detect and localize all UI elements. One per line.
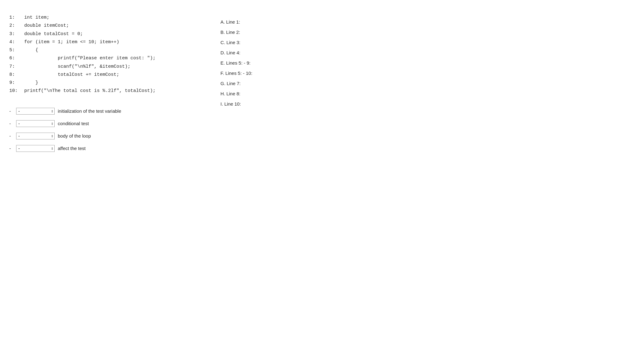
line-number: 7: <box>9 63 24 71</box>
code-line-9: 9: } <box>9 79 196 87</box>
line-number: 8: <box>9 71 24 79</box>
line-code: for (item = 1; item <= 10; item++) <box>24 38 119 46</box>
code-line-8: 8: totalCost += itemCost; <box>9 71 196 79</box>
answer-row-7: G. Line 7: <box>220 78 635 89</box>
answer-row-1: A. Line 1: <box>220 17 635 27</box>
line-code: scanf("\n%lf", &itemCost); <box>24 63 130 71</box>
line-code: printf("\nThe total cost is %.2lf", tota… <box>24 87 156 95</box>
answer-row-3: C. Line 3: <box>220 37 635 48</box>
left-panel: 1:int item;2:double itemCost;3:double to… <box>9 14 196 152</box>
line-number: 4: <box>9 38 24 46</box>
dropdowns-section: --A. Line 1B. Line 2C. Line 3D. Line 4E.… <box>9 108 196 152</box>
answer-row-4: D. Line 4: <box>220 48 635 58</box>
line-number: 3: <box>9 30 24 38</box>
line-number: 5: <box>9 46 24 54</box>
line-code: double itemCost; <box>24 22 69 30</box>
dropdown-label: conditional test <box>58 121 89 126</box>
code-line-4: 4:for (item = 1; item <= 10; item++) <box>9 38 196 46</box>
answer-label: A. Line 1: <box>220 19 258 25</box>
code-line-7: 7: scanf("\n%lf", &itemCost); <box>9 63 196 71</box>
answer-row-9: I. Line 10: <box>220 99 635 109</box>
dropdown-dd1[interactable]: -A. Line 1B. Line 2C. Line 3D. Line 4E. … <box>16 108 55 115</box>
answer-label: D. Line 4: <box>220 50 258 55</box>
answer-label: E. Lines 5: - 9: <box>220 60 258 66</box>
dropdown-label: affect the test <box>58 146 86 151</box>
code-line-1: 1:int item; <box>9 14 196 22</box>
line-number: 6: <box>9 54 24 62</box>
select-wrapper: -A. Line 1B. Line 2C. Line 3D. Line 4E. … <box>16 108 55 115</box>
dropdown-row-2: --A. Line 1B. Line 2C. Line 3D. Line 4E.… <box>9 120 196 127</box>
dash-label: - <box>9 133 13 139</box>
answer-label: C. Line 3: <box>220 40 258 45</box>
right-panel: A. Line 1:B. Line 2:C. Line 3:D. Line 4:… <box>196 14 635 152</box>
answer-label: I. Line 10: <box>220 101 258 107</box>
dropdown-dd2[interactable]: -A. Line 1B. Line 2C. Line 3D. Line 4E. … <box>16 120 55 127</box>
code-line-2: 2:double itemCost; <box>9 22 196 30</box>
answer-label: G. Line 7: <box>220 81 258 86</box>
answer-row-6: F. Lines 5: - 10: <box>220 68 635 78</box>
line-code: printf("Please enter item cost: "); <box>24 54 156 62</box>
line-number: 1: <box>9 14 24 22</box>
dropdown-label: body of the loop <box>58 133 91 139</box>
answer-row-8: H. Line 8: <box>220 89 635 99</box>
line-number: 9: <box>9 79 24 87</box>
line-code: { <box>24 46 38 54</box>
dropdown-label: initialization of the test variable <box>58 108 121 114</box>
dash-label: - <box>9 121 13 126</box>
answer-row-2: B. Line 2: <box>220 27 635 37</box>
line-code: double totalCost = 0; <box>24 30 83 38</box>
select-wrapper: -A. Line 1B. Line 2C. Line 3D. Line 4E. … <box>16 133 55 139</box>
main-layout: 1:int item;2:double itemCost;3:double to… <box>9 14 635 152</box>
dash-label: - <box>9 146 13 151</box>
select-wrapper: -A. Line 1B. Line 2C. Line 3D. Line 4E. … <box>16 145 55 152</box>
code-line-5: 5: { <box>9 46 196 54</box>
answer-label: H. Line 8: <box>220 91 258 96</box>
answer-label: B. Line 2: <box>220 30 258 35</box>
dropdown-dd3[interactable]: -A. Line 1B. Line 2C. Line 3D. Line 4E. … <box>16 133 55 139</box>
select-wrapper: -A. Line 1B. Line 2C. Line 3D. Line 4E. … <box>16 120 55 127</box>
line-number: 10: <box>9 87 24 95</box>
dropdown-row-4: --A. Line 1B. Line 2C. Line 3D. Line 4E.… <box>9 145 196 152</box>
answer-label: F. Lines 5: - 10: <box>220 70 258 76</box>
answer-row-5: E. Lines 5: - 9: <box>220 58 635 68</box>
line-code: int item; <box>24 14 49 22</box>
dropdown-row-1: --A. Line 1B. Line 2C. Line 3D. Line 4E.… <box>9 108 196 115</box>
dropdown-dd4[interactable]: -A. Line 1B. Line 2C. Line 3D. Line 4E. … <box>16 145 55 152</box>
line-number: 2: <box>9 22 24 30</box>
dash-label: - <box>9 108 13 114</box>
answer-options: A. Line 1:B. Line 2:C. Line 3:D. Line 4:… <box>220 17 635 109</box>
code-line-6: 6: printf("Please enter item cost: "); <box>9 54 196 62</box>
line-code: } <box>24 79 38 87</box>
code-block: 1:int item;2:double itemCost;3:double to… <box>9 14 196 95</box>
dropdown-row-3: --A. Line 1B. Line 2C. Line 3D. Line 4E.… <box>9 133 196 139</box>
code-line-10: 10:printf("\nThe total cost is %.2lf", t… <box>9 87 196 95</box>
line-code: totalCost += itemCost; <box>24 71 119 79</box>
code-line-3: 3:double totalCost = 0; <box>9 30 196 38</box>
